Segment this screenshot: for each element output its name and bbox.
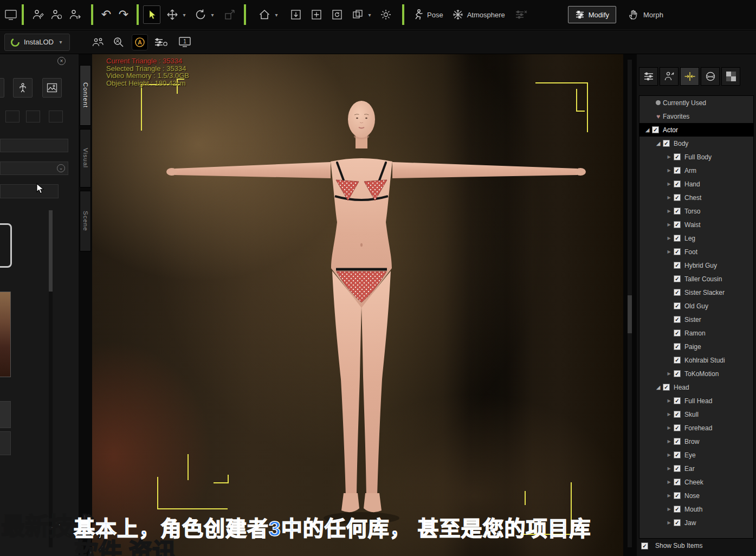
tree-item-checkbox[interactable]: ✓: [674, 357, 681, 364]
tree-item-checkbox[interactable]: ✓: [674, 248, 681, 255]
viewport-3d[interactable]: Current Triangle : 35334 Selected Triang…: [92, 54, 623, 556]
tree-item-checkbox[interactable]: ✓: [674, 316, 681, 323]
tree-item-checkbox[interactable]: ✓: [674, 208, 681, 215]
tree-item-old-guy[interactable]: ✓Old Guy: [639, 299, 753, 313]
search-input[interactable]: [0, 184, 59, 198]
expand-arrow-icon[interactable]: ▶: [664, 209, 674, 214]
pose-button[interactable]: Pose: [412, 9, 443, 21]
tree-item-taller-cousin[interactable]: ✓Taller Cousin: [639, 272, 753, 286]
conform-tab[interactable]: [680, 67, 699, 86]
tree-item-chest[interactable]: ▶✓Chest: [639, 191, 753, 204]
viewport-1-icon[interactable]: 1: [176, 33, 193, 51]
folder-icon[interactable]: [0, 223, 12, 268]
tab-content[interactable]: Content: [80, 65, 91, 126]
filter-box-1[interactable]: [5, 111, 20, 122]
tree-item-checkbox[interactable]: ✓: [674, 411, 681, 418]
tree-item-skull[interactable]: ▶✓Skull: [639, 408, 753, 421]
tree-item-tokomotion[interactable]: ▶✓ToKoMotion: [639, 367, 753, 380]
character-pen-icon[interactable]: [29, 5, 47, 24]
home-view-caret-icon[interactable]: ▾: [273, 12, 280, 18]
expand-arrow-icon[interactable]: ▶: [664, 452, 674, 457]
tree-item-checkbox[interactable]: ✓: [674, 424, 681, 431]
collapse-arrow-icon[interactable]: ◢: [654, 140, 663, 146]
settings-sliders-icon[interactable]: [152, 33, 170, 51]
expand-arrow-icon[interactable]: ▶: [664, 507, 674, 512]
tab-visual[interactable]: Visual: [80, 129, 91, 188]
category-bar[interactable]: [0, 139, 68, 152]
tree-item-checkbox[interactable]: ✓: [674, 451, 681, 458]
expand-arrow-icon[interactable]: ▶: [664, 195, 674, 200]
scale-tool-icon[interactable]: [221, 5, 238, 24]
expand-arrow-icon[interactable]: ▶: [664, 412, 674, 417]
add-view-icon[interactable]: [308, 5, 325, 24]
tree-item-checkbox[interactable]: ✓: [674, 194, 681, 201]
tree-item-waist[interactable]: ▶✓Waist: [639, 218, 753, 231]
tree-item-checkbox[interactable]: ✓: [674, 479, 681, 486]
tree-item-forehead[interactable]: ▶✓Forehead: [639, 421, 753, 435]
tree-item-cheek[interactable]: ▶✓Cheek: [639, 475, 753, 489]
tree-item-checkbox[interactable]: ✓: [674, 221, 681, 228]
texture-checker-tab[interactable]: [721, 67, 740, 86]
tree-item-eye[interactable]: ▶✓Eye: [639, 448, 753, 462]
tree-item-arm[interactable]: ▶✓Arm: [639, 164, 753, 177]
expand-arrow-icon[interactable]: ▶: [664, 520, 674, 525]
tree-item-jaw[interactable]: ▶✓Jaw: [639, 516, 753, 529]
skeleton-view-icon[interactable]: [13, 78, 33, 98]
content-thumbnail[interactable]: [0, 292, 11, 377]
tree-item-checkbox[interactable]: ✓: [674, 492, 681, 499]
select-tool-icon[interactable]: [143, 5, 160, 24]
zoom-character-icon[interactable]: [110, 33, 127, 51]
right-scrollbar[interactable]: [628, 60, 632, 547]
tree-item-checkbox[interactable]: ✓: [674, 275, 681, 282]
adjust-sliders-tab[interactable]: [639, 67, 658, 86]
expand-arrow-icon[interactable]: ▶: [664, 154, 674, 159]
undo-icon[interactable]: ↶: [98, 5, 115, 24]
filter-dropdown[interactable]: ⌄: [0, 161, 68, 175]
expand-arrow-icon[interactable]: ▶: [664, 182, 674, 186]
tree-item-checkbox[interactable]: ✓: [674, 397, 681, 404]
tree-item-nose[interactable]: ▶✓Nose: [639, 489, 753, 502]
auto-setup-icon[interactable]: A: [132, 34, 148, 50]
expand-arrow-icon[interactable]: ▶: [664, 168, 674, 173]
tree-item-favorites[interactable]: ♥Favorites: [639, 109, 753, 123]
scrollbar-thumb[interactable]: [628, 295, 632, 333]
tree-item-checkbox[interactable]: ✓: [674, 343, 681, 350]
filter-box-2[interactable]: [26, 111, 40, 122]
tree-item-leg[interactable]: ▶✓Leg: [639, 231, 753, 245]
rotate-tool-caret-icon[interactable]: ▾: [209, 12, 216, 18]
tree-item-checkbox[interactable]: ✓: [674, 180, 681, 188]
tree-item-checkbox[interactable]: ✓: [674, 153, 681, 160]
tree-item-checkbox[interactable]: ✓: [663, 384, 670, 391]
expand-arrow-icon[interactable]: ▶: [664, 439, 674, 444]
material-sphere-tab[interactable]: [701, 67, 720, 86]
project-icon[interactable]: [2, 5, 20, 24]
tree-item-sister[interactable]: ✓Sister: [639, 313, 753, 326]
expand-arrow-icon[interactable]: ▶: [664, 236, 674, 241]
tree-item-checkbox[interactable]: ✓: [674, 302, 681, 309]
tree-item-sister-slacker[interactable]: ✓Sister Slacker: [639, 286, 753, 299]
tree-item-foot[interactable]: ▶✓Foot: [639, 245, 753, 258]
redo-icon[interactable]: ↷: [115, 5, 132, 24]
tree-item-checkbox[interactable]: ✓: [674, 235, 681, 242]
tree-item-ramon[interactable]: ✓Ramon: [639, 326, 753, 340]
expand-arrow-icon[interactable]: ▶: [664, 466, 674, 471]
instalod-button[interactable]: InstaLOD ▾: [4, 34, 70, 51]
collapse-arrow-icon[interactable]: ◢: [643, 127, 652, 133]
tree-item-body[interactable]: ◢✓Body: [639, 137, 753, 150]
move-tool-caret-icon[interactable]: ▾: [181, 12, 188, 18]
tree-item-checkbox[interactable]: ✓: [674, 438, 681, 445]
image-view-icon[interactable]: [42, 78, 62, 98]
collapse-arrow-icon[interactable]: ◢: [654, 384, 663, 390]
actor-edit-tab[interactable]: [660, 67, 679, 86]
move-tool-icon[interactable]: [164, 5, 181, 24]
rotate-tool-icon[interactable]: [192, 5, 209, 24]
expand-arrow-icon[interactable]: ▶: [664, 371, 674, 376]
filter-box-3[interactable]: [49, 111, 63, 122]
tree-item-checkbox[interactable]: ✓: [674, 506, 681, 513]
tree-item-torso[interactable]: ▶✓Torso: [639, 204, 753, 218]
tree-item-checkbox[interactable]: ✓: [674, 167, 681, 174]
content-item[interactable]: [0, 431, 11, 455]
tree-item-checkbox[interactable]: ✓: [674, 329, 681, 337]
tree-item-full-head[interactable]: ▶✓Full Head: [639, 394, 753, 408]
content-tool-tile-partial[interactable]: [0, 78, 4, 98]
